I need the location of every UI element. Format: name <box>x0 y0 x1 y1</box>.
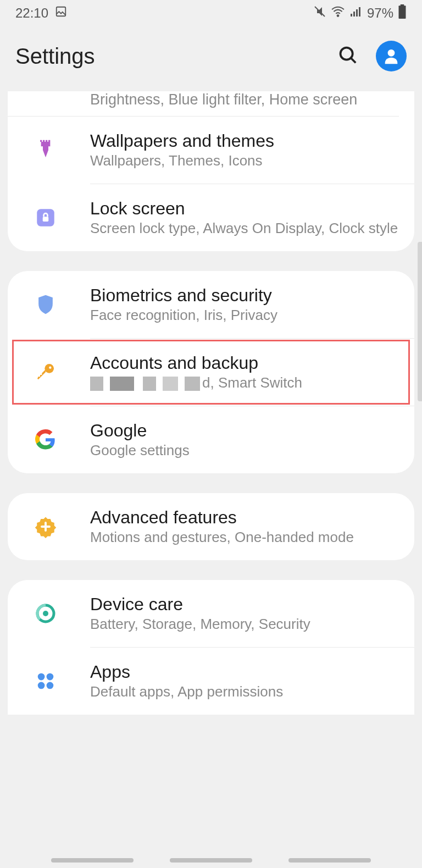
settings-group: Biometrics and security Face recognition… <box>8 271 414 473</box>
redacted-text <box>90 377 200 391</box>
svg-point-9 <box>388 49 395 57</box>
svg-rect-7 <box>399 5 406 19</box>
lock-icon <box>34 206 57 229</box>
item-subtitle: Face recognition, Iris, Privacy <box>90 307 399 324</box>
clipped-item-subtitle: Brightness, Blue light filter, Home scre… <box>8 91 399 117</box>
dots-grid-icon <box>34 670 57 693</box>
battery-icon <box>398 4 407 22</box>
mute-vibrate-icon <box>313 5 326 21</box>
settings-item-device-care[interactable]: Device care Battery, Storage, Memory, Se… <box>90 580 414 647</box>
item-title: Advanced features <box>90 507 399 528</box>
svg-point-1 <box>337 15 339 16</box>
svg-point-17 <box>47 673 54 681</box>
svg-point-18 <box>38 682 45 689</box>
item-subtitle: Motions and gestures, One-handed mode <box>90 529 399 546</box>
svg-point-13 <box>49 367 51 369</box>
status-time: 22:10 <box>15 5 48 21</box>
settings-group: Brightness, Blue light filter, Home scre… <box>8 91 414 251</box>
radial-icon <box>34 602 57 625</box>
settings-item-google[interactable]: Google Google settings <box>90 406 414 473</box>
search-button[interactable] <box>337 45 358 68</box>
item-subtitle: d, Smart Switch <box>90 374 399 391</box>
svg-rect-5 <box>359 7 360 16</box>
svg-rect-11 <box>43 217 49 222</box>
nav-recents[interactable] <box>51 858 134 863</box>
battery-percent: 97% <box>367 5 393 21</box>
item-title: Wallpapers and themes <box>90 131 399 151</box>
svg-point-16 <box>38 673 45 681</box>
settings-item-wallpapers[interactable]: Wallpapers and themes Wallpapers, Themes… <box>90 117 414 184</box>
svg-point-8 <box>341 48 353 60</box>
google-icon <box>34 428 57 451</box>
item-subtitle: Google settings <box>90 442 399 459</box>
settings-item-advanced[interactable]: Advanced features Motions and gestures, … <box>90 493 414 560</box>
status-bar: 22:10 97% <box>0 0 422 26</box>
item-subtitle: Screen lock type, Always On Display, Clo… <box>90 220 399 237</box>
item-title: Apps <box>90 662 399 682</box>
shield-icon <box>34 293 57 316</box>
svg-rect-2 <box>351 14 352 16</box>
svg-point-12 <box>45 364 54 373</box>
settings-group: Device care Battery, Storage, Memory, Se… <box>8 580 414 715</box>
picture-notification-icon <box>55 5 67 21</box>
svg-rect-0 <box>57 7 66 16</box>
item-title: Google <box>90 421 399 441</box>
settings-group: Advanced features Motions and gestures, … <box>8 493 414 560</box>
wifi-icon <box>331 4 345 22</box>
item-title: Lock screen <box>90 198 399 219</box>
key-icon <box>34 361 57 384</box>
scroll-indicator[interactable] <box>418 242 422 401</box>
svg-rect-3 <box>353 12 355 16</box>
settings-item-apps[interactable]: Apps Default apps, App permissions <box>90 647 414 715</box>
signal-icon <box>349 5 363 21</box>
svg-point-15 <box>43 611 48 616</box>
plus-gear-icon <box>34 515 57 538</box>
nav-home[interactable] <box>170 858 252 863</box>
item-title: Device care <box>90 594 399 615</box>
nav-back[interactable] <box>288 858 371 863</box>
brush-icon <box>34 139 57 162</box>
settings-header: Settings <box>0 26 422 91</box>
settings-item-accounts[interactable]: Accounts and backup d, Smart Switch <box>90 338 414 406</box>
item-title: Biometrics and security <box>90 285 399 306</box>
page-title: Settings <box>15 44 95 69</box>
settings-item-biometrics[interactable]: Biometrics and security Face recognition… <box>90 271 414 338</box>
system-nav-bar <box>0 858 422 863</box>
item-subtitle: Wallpapers, Themes, Icons <box>90 152 399 169</box>
account-avatar-button[interactable] <box>376 41 407 71</box>
svg-rect-4 <box>356 9 358 16</box>
item-title: Accounts and backup <box>90 353 399 373</box>
svg-point-19 <box>47 682 54 689</box>
item-subtitle: Battery, Storage, Memory, Security <box>90 616 399 633</box>
item-subtitle: Default apps, App permissions <box>90 683 399 700</box>
settings-item-lock-screen[interactable]: Lock screen Screen lock type, Always On … <box>90 184 414 251</box>
